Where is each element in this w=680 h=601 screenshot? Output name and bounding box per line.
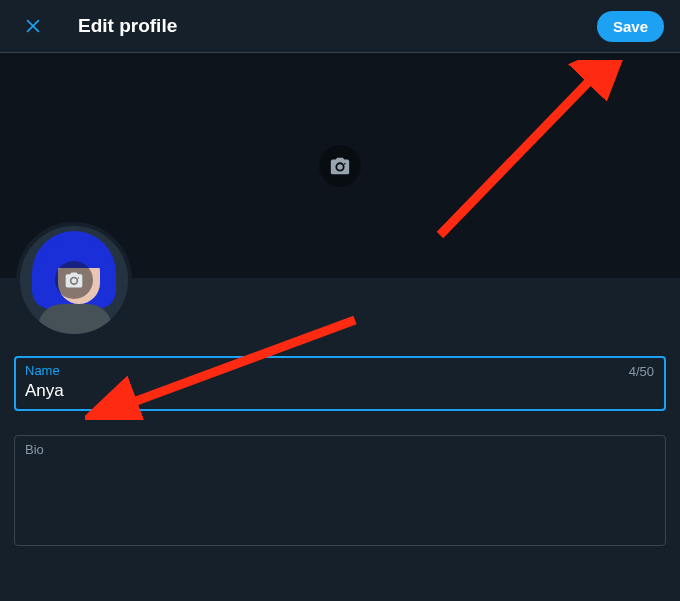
bio-input[interactable] <box>25 459 655 533</box>
name-field[interactable]: Name 4/50 <box>14 356 666 411</box>
modal-header: Edit profile Save <box>0 0 680 53</box>
save-button[interactable]: Save <box>597 11 664 42</box>
avatar-button[interactable] <box>16 222 132 338</box>
camera-icon <box>64 270 84 290</box>
name-char-count: 4/50 <box>629 364 654 379</box>
close-button[interactable] <box>16 9 50 43</box>
bio-field[interactable]: Bio <box>14 435 666 546</box>
page-title: Edit profile <box>78 15 597 37</box>
bio-label: Bio <box>25 442 655 457</box>
name-label: Name <box>25 363 655 378</box>
banner-camera-button[interactable] <box>319 145 361 187</box>
close-icon <box>23 16 43 36</box>
avatar-camera-button[interactable] <box>55 261 93 299</box>
camera-icon <box>329 155 351 177</box>
name-input[interactable] <box>25 380 655 402</box>
